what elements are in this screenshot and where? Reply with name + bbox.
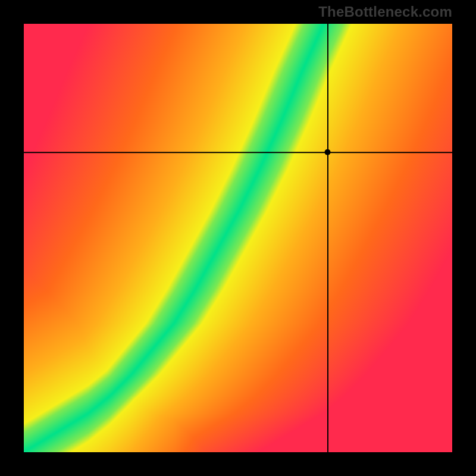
chart-frame: TheBottleneck.com (0, 0, 476, 476)
watermark-text: TheBottleneck.com (318, 4, 452, 20)
crosshair-overlay (24, 24, 452, 452)
